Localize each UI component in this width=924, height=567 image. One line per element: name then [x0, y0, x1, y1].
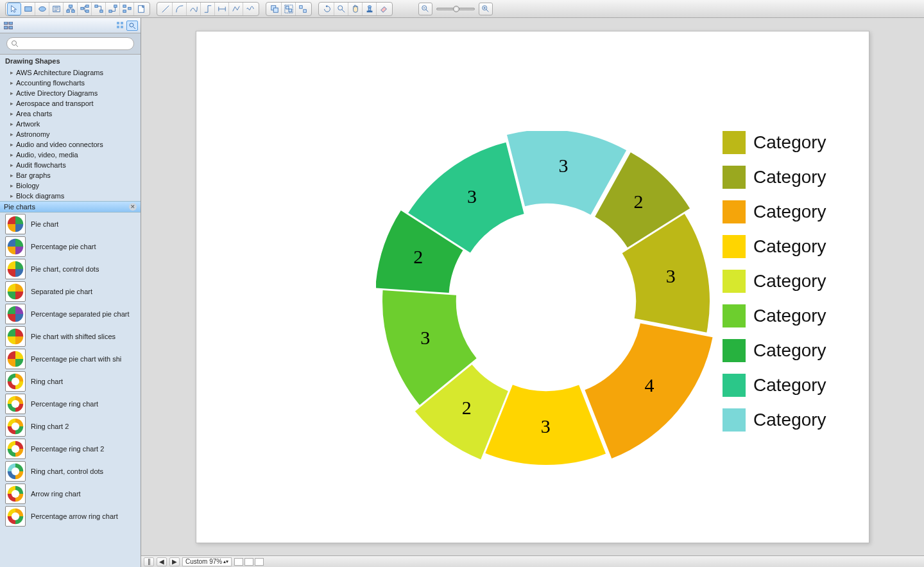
page-thumb[interactable]	[234, 558, 243, 566]
shape-item[interactable]: Arrow ring chart	[0, 482, 141, 505]
clone-tool[interactable]	[268, 3, 282, 15]
tree-item[interactable]: Biology	[0, 180, 141, 191]
shape-item[interactable]: Percentage pie chart with shi	[0, 347, 141, 370]
rect-tool[interactable]	[21, 3, 35, 15]
legend-swatch	[723, 270, 746, 293]
pie-shape-icon	[5, 394, 26, 414]
drawing-page[interactable]: 234323233 CategoryCategoryCategoryCatego…	[196, 31, 869, 543]
shape-label: Percentage ring chart	[31, 400, 98, 408]
ellipse-tool[interactable]	[35, 3, 49, 15]
tree-item[interactable]: AWS Architecture Diagrams	[0, 67, 141, 78]
tree-tool-2[interactable]	[78, 3, 92, 15]
legend-swatch	[723, 131, 746, 154]
legend-swatch	[723, 304, 746, 327]
grid-view-icon[interactable]	[115, 21, 126, 31]
page-toggle-button[interactable]: ‖	[144, 557, 154, 566]
dimension-tool[interactable]	[215, 3, 229, 15]
text-tool[interactable]	[49, 3, 64, 15]
shape-label: Percentage separated pie chart	[31, 310, 130, 318]
zoom-indicator[interactable]: Custom 97%▴▾	[182, 557, 232, 566]
svg-rect-16	[123, 4, 125, 7]
arc-tool[interactable]	[173, 3, 187, 15]
freehand-tool[interactable]	[243, 3, 257, 15]
ungroup-tool[interactable]	[296, 3, 310, 15]
canvas-scroll[interactable]: 234323233 CategoryCategoryCategoryCatego…	[141, 18, 924, 555]
chain-tool-3[interactable]	[120, 3, 134, 15]
svg-point-56	[12, 444, 19, 452]
svg-rect-29	[300, 5, 302, 8]
shape-item[interactable]: Percentage arrow ring chart	[0, 505, 141, 527]
shape-item[interactable]: Percentage separated pie chart	[0, 302, 141, 325]
page-next-button[interactable]: ▶	[169, 557, 180, 566]
tree-item[interactable]: Area charts	[0, 109, 141, 119]
pointer-tool[interactable]	[7, 3, 21, 15]
svg-point-54	[12, 399, 19, 407]
shape-item[interactable]: Pie chart	[0, 213, 141, 235]
search-library-icon[interactable]	[126, 21, 138, 31]
zoom-out-button[interactable]	[418, 3, 432, 15]
tree-item[interactable]: Audio and video connectors	[0, 139, 141, 150]
shape-item[interactable]: Pie chart, control dots	[0, 257, 141, 280]
legend-item: Category	[723, 131, 826, 154]
tree-item[interactable]: Astronomy	[0, 129, 141, 139]
shape-item[interactable]: Percentage pie chart	[0, 235, 141, 257]
zoom-in-button[interactable]	[479, 3, 493, 15]
shape-item[interactable]: Separated pie chart	[0, 280, 141, 302]
svg-point-59	[12, 512, 19, 519]
tree-item[interactable]: Audit flowcharts	[0, 160, 141, 170]
chain-tool-1[interactable]	[92, 3, 106, 15]
connector-tool[interactable]	[201, 3, 215, 15]
rotate-tool[interactable]	[320, 3, 334, 15]
line-tool[interactable]	[158, 3, 173, 15]
tree-item[interactable]: Active Directory Diagrams	[0, 88, 141, 98]
svg-rect-49	[117, 26, 119, 28]
tree-item[interactable]: Artwork	[0, 119, 141, 129]
group-tool[interactable]	[282, 3, 296, 15]
page-thumb[interactable]	[244, 558, 253, 566]
stamp-tool[interactable]	[363, 3, 377, 15]
close-section-icon[interactable]: ✕	[129, 203, 137, 211]
legend-item: Category	[723, 339, 826, 362]
shape-item[interactable]: Ring chart, control dots	[0, 460, 141, 482]
tree-item[interactable]: Accounting flowcharts	[0, 78, 141, 88]
tree-item[interactable]: Block diagrams	[0, 191, 141, 201]
page-thumb[interactable]	[255, 558, 264, 566]
page-prev-button[interactable]: ◀	[157, 557, 167, 566]
library-tree-icon[interactable]	[3, 21, 14, 31]
library-tree[interactable]: AWS Architecture DiagramsAccounting flow…	[0, 67, 141, 201]
shape-item[interactable]: Pie chart with shifted slices	[0, 325, 141, 347]
eraser-tool[interactable]	[377, 3, 391, 15]
view-tools-group	[318, 2, 393, 16]
tree-item[interactable]: Aerospace and transport	[0, 98, 141, 109]
sidebar-search-input[interactable]	[6, 37, 134, 50]
tree-tool-1[interactable]	[64, 3, 78, 15]
shape-item[interactable]: Ring chart	[0, 370, 141, 392]
tree-item[interactable]: Bar graphs	[0, 170, 141, 180]
page-thumbnails	[234, 558, 264, 566]
svg-rect-13	[99, 10, 102, 12]
svg-point-55	[12, 422, 19, 430]
legend-swatch	[723, 166, 746, 189]
ring-chart[interactable]: 234323233	[376, 131, 716, 471]
svg-rect-14	[108, 10, 111, 12]
chain-tool-2[interactable]	[106, 3, 120, 15]
zoom-tool[interactable]	[334, 3, 348, 15]
tree-item[interactable]: Audio, video, media	[0, 150, 141, 160]
shape-item[interactable]: Percentage ring chart	[0, 392, 141, 415]
svg-rect-28	[289, 9, 291, 12]
zoom-slider-thumb[interactable]	[453, 6, 459, 12]
shape-list[interactable]: Pie chart Percentage pie chart Pie chart…	[0, 213, 141, 567]
top-toolbar	[0, 0, 924, 18]
note-tool[interactable]	[134, 3, 148, 15]
polyline-tool[interactable]	[229, 3, 243, 15]
shape-item[interactable]: Percentage ring chart 2	[0, 437, 141, 460]
svg-point-57	[12, 467, 19, 475]
zoom-slider-track[interactable]	[436, 8, 475, 10]
curve-tool[interactable]	[187, 3, 201, 15]
hand-tool[interactable]	[348, 3, 363, 15]
shape-item[interactable]: Ring chart 2	[0, 415, 141, 437]
svg-point-58	[12, 489, 19, 497]
section-header-pie-charts[interactable]: Pie charts ✕	[0, 201, 141, 213]
legend-item: Category	[723, 374, 826, 397]
legend-swatch	[723, 235, 746, 258]
